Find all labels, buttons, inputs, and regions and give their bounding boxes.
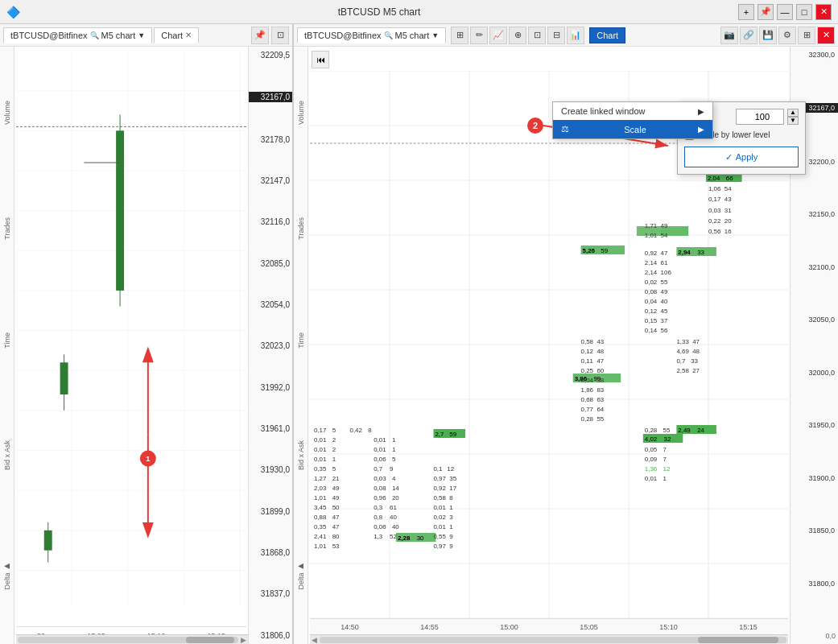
left-scrollbar[interactable]: ▶ xyxy=(16,634,248,644)
svg-text:35: 35 xyxy=(449,475,456,482)
left-candle-chart[interactable]: 1 xyxy=(16,51,246,606)
maximize-btn[interactable]: □ xyxy=(796,4,812,20)
svg-text:0,11: 0,11 xyxy=(581,357,594,365)
right-scrollbar[interactable]: ◀ xyxy=(310,634,788,644)
svg-text:12: 12 xyxy=(447,465,454,473)
save-btn[interactable]: 💾 xyxy=(759,27,777,44)
trades-label[interactable]: Trades xyxy=(3,217,11,240)
svg-text:30: 30 xyxy=(417,535,424,542)
layout-btn[interactable]: ⊞ xyxy=(798,27,815,44)
right-panel: tBTCUSD@Bitfinex 🔍 M5 chart ▼ ⊞ ✏ 📈 ⊕ ⊡ … xyxy=(294,24,838,644)
nav-icon[interactable]: ⏮ xyxy=(312,51,329,68)
svg-text:59: 59 xyxy=(449,431,456,438)
right-chart-container[interactable]: Volume Trades Time Bid x Ask Delta ▶ ⏮ xyxy=(294,47,838,644)
svg-text:20: 20 xyxy=(392,494,399,502)
delta-label[interactable]: Delta ▶ xyxy=(3,563,11,590)
right-trades-label[interactable]: Trades xyxy=(297,217,305,240)
indicator-btn[interactable]: 📊 xyxy=(567,27,584,44)
svg-text:49: 49 xyxy=(661,222,668,229)
left-scrollbar-track[interactable] xyxy=(18,637,238,643)
svg-text:9: 9 xyxy=(449,543,453,550)
right-volume-label[interactable]: Volume xyxy=(297,101,305,125)
svg-text:5: 5 xyxy=(332,465,336,473)
volume-label[interactable]: Volume xyxy=(3,101,11,125)
nav-first-btn[interactable]: ⏮ xyxy=(312,51,329,68)
svg-text:59: 59 xyxy=(601,247,608,254)
settings-btn[interactable]: ⚙ xyxy=(778,27,796,44)
scale-spinner[interactable]: ▲ ▼ xyxy=(787,109,799,125)
svg-text:54: 54 xyxy=(724,185,732,192)
time-label[interactable]: Time xyxy=(3,332,11,349)
svg-text:5: 5 xyxy=(332,427,336,434)
left-tab-exchange[interactable]: tBTCUSD@Bitfinex 🔍 M5 chart ▼ xyxy=(3,27,152,43)
pin-btn[interactable]: 📌 xyxy=(758,4,774,20)
svg-text:1: 1 xyxy=(146,454,151,463)
link-btn[interactable]: 🔗 xyxy=(740,27,758,44)
svg-text:56: 56 xyxy=(661,327,668,334)
svg-text:1,01: 1,01 xyxy=(645,232,658,239)
svg-text:31: 31 xyxy=(724,207,732,214)
left-detach-icon[interactable]: ⊡ xyxy=(271,27,289,44)
svg-text:8: 8 xyxy=(449,494,453,502)
svg-text:0,12: 0,12 xyxy=(645,308,658,315)
right-bid-ask-label[interactable]: Bid x Ask xyxy=(297,440,305,470)
svg-text:0,97: 0,97 xyxy=(433,475,446,482)
scale-menu-label: Scale xyxy=(624,125,646,134)
camera-btn[interactable]: 📷 xyxy=(720,27,738,44)
create-linked-window-item[interactable]: Create linked window ▶ xyxy=(553,102,712,120)
right-delta-label[interactable]: Delta ▶ xyxy=(297,563,305,590)
svg-text:2,7: 2,7 xyxy=(435,431,444,438)
right-price-32100: 32100,0 xyxy=(791,263,838,271)
svg-text:20: 20 xyxy=(724,217,732,225)
scale-menu-item[interactable]: ⚖ Scale ▶ xyxy=(553,120,712,138)
apply-btn[interactable]: ✓ Apply xyxy=(684,147,799,167)
svg-text:4,69: 4,69 xyxy=(676,348,689,355)
new-window-btn[interactable]: + xyxy=(738,4,754,20)
shape-btn[interactable]: ⊕ xyxy=(509,27,526,44)
svg-text:5: 5 xyxy=(392,456,396,463)
line-btn[interactable]: 📈 xyxy=(489,27,507,44)
minimize-btn[interactable]: — xyxy=(777,4,793,20)
scale-input[interactable] xyxy=(736,109,784,125)
right-scrollbar-track[interactable] xyxy=(320,637,786,643)
svg-text:2: 2 xyxy=(332,446,336,453)
create-linked-arrow: ▶ xyxy=(698,107,704,116)
scale-up-btn[interactable]: ▲ xyxy=(787,109,799,117)
right-time-1455: 14:55 xyxy=(420,623,439,631)
svg-text:1: 1 xyxy=(392,436,396,444)
close-btn[interactable]: ✕ xyxy=(815,4,832,20)
right-time-label[interactable]: Time xyxy=(297,332,305,349)
svg-text:24: 24 xyxy=(697,427,704,434)
left-tab-chart[interactable]: Chart ✕ xyxy=(154,27,199,43)
scale-down-btn[interactable]: ▼ xyxy=(787,117,799,125)
title-bar: 🔷 tBTCUSD M5 chart + 📌 — □ ✕ xyxy=(0,0,838,24)
left-scrollbar-thumb[interactable] xyxy=(186,637,234,643)
svg-text:47: 47 xyxy=(332,514,340,521)
svg-rect-20 xyxy=(60,362,68,394)
left-tab-close[interactable]: ✕ xyxy=(185,31,192,39)
bid-ask-label[interactable]: Bid x Ask xyxy=(3,440,11,470)
price-32085: 32085,0 xyxy=(249,259,292,268)
right-scrollbar-thumb[interactable] xyxy=(698,637,778,643)
right-tab-chart[interactable]: Chart xyxy=(589,27,625,43)
svg-text:0,01: 0,01 xyxy=(314,446,327,453)
svg-rect-18 xyxy=(116,130,124,291)
svg-text:50: 50 xyxy=(332,504,340,511)
svg-text:0,04: 0,04 xyxy=(581,377,594,384)
svg-text:1: 1 xyxy=(332,456,336,463)
dropdown-menu[interactable]: Create linked window ▶ ⚖ Scale ▶ xyxy=(552,101,713,139)
right-time-1510: 15:10 xyxy=(659,623,678,631)
price-31992: 31992,0 xyxy=(249,383,292,392)
apply-label: Apply xyxy=(736,152,758,162)
svg-text:0,08: 0,08 xyxy=(645,288,658,295)
draw-btn[interactable]: ✏ xyxy=(470,27,488,44)
svg-text:1: 1 xyxy=(392,446,396,453)
object-btn[interactable]: ⊟ xyxy=(547,27,565,44)
right-close-btn[interactable]: ✕ xyxy=(817,27,835,44)
right-tab-exchange[interactable]: tBTCUSD@Bitfinex 🔍 M5 chart ▼ xyxy=(297,27,446,43)
chart-type-btn[interactable]: ⊞ xyxy=(451,27,469,44)
svg-text:2,41: 2,41 xyxy=(314,533,327,540)
ruler-btn[interactable]: ⊡ xyxy=(528,27,546,44)
left-pin-icon[interactable]: 📌 xyxy=(251,27,269,44)
svg-text:16: 16 xyxy=(724,228,732,235)
